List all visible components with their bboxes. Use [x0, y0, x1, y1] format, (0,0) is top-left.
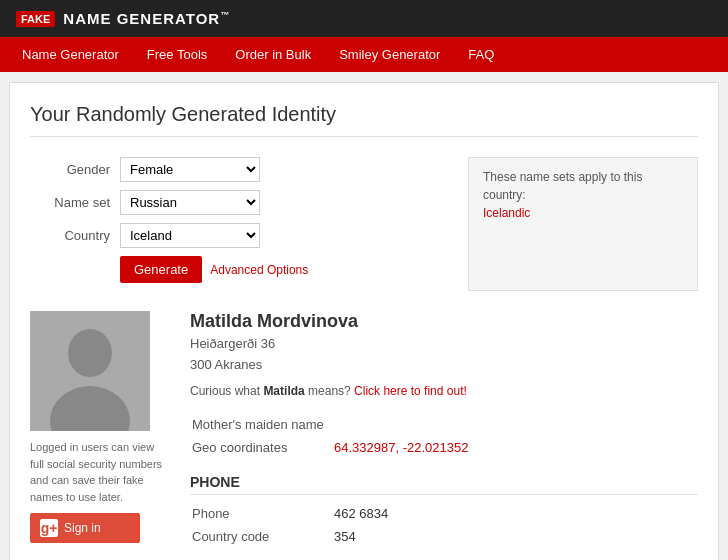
- avatar-column: Logged in users can view full social sec…: [30, 311, 170, 560]
- nav-bar: Name Generator Free Tools Order in Bulk …: [0, 37, 728, 72]
- country-label: Country: [30, 228, 110, 243]
- nameset-select[interactable]: Russian English French: [120, 190, 260, 215]
- page-title: Your Randomly Generated Identity: [30, 103, 698, 137]
- google-signin-button[interactable]: g+ Sign in: [30, 513, 140, 543]
- signin-label: Sign in: [64, 521, 101, 535]
- curious-link[interactable]: Click here to find out!: [354, 384, 467, 398]
- fake-badge: FAKE: [16, 11, 55, 27]
- maiden-value: [334, 414, 696, 435]
- country-info-box: These name sets apply to this country: I…: [468, 157, 698, 291]
- country-info-text: These name sets apply to this country:: [483, 170, 642, 202]
- phone-label: Phone: [192, 503, 332, 524]
- form-fields: Gender Female Male Random Name set Russi…: [30, 157, 448, 291]
- identity-name: Matilda Mordvinova: [190, 311, 698, 332]
- gender-select[interactable]: Female Male Random: [120, 157, 260, 182]
- avatar: [30, 311, 150, 431]
- table-row: Geo coordinates 64.332987, -22.021352: [192, 437, 696, 458]
- nameset-label: Name set: [30, 195, 110, 210]
- generate-row: Generate Advanced Options: [120, 256, 448, 283]
- phone-value: 462 6834: [334, 503, 696, 524]
- country-info-link[interactable]: Icelandic: [483, 206, 530, 220]
- info-table-top: Mother's maiden name Geo coordinates 64.…: [190, 412, 698, 460]
- form-section: Gender Female Male Random Name set Russi…: [30, 157, 698, 291]
- country-code-label: Country code: [192, 526, 332, 547]
- maiden-label: Mother's maiden name: [192, 414, 332, 435]
- profile-section: Logged in users can view full social sec…: [30, 311, 698, 560]
- table-row: Phone 462 6834: [192, 503, 696, 524]
- country-code-value: 354: [334, 526, 696, 547]
- gender-row: Gender Female Male Random: [30, 157, 448, 182]
- identity-column: Matilda Mordvinova Heiðargerði 36 300 Ak…: [170, 311, 698, 560]
- table-row: Mother's maiden name: [192, 414, 696, 435]
- site-header: FAKE NAME GENERATOR™: [0, 0, 728, 37]
- nameset-row: Name set Russian English French: [30, 190, 448, 215]
- curious-text: Curious what Matilda means? Click here t…: [190, 384, 698, 398]
- gender-label: Gender: [30, 162, 110, 177]
- country-select[interactable]: Iceland United States United Kingdom: [120, 223, 260, 248]
- svg-point-1: [68, 329, 112, 377]
- country-row: Country Iceland United States United Kin…: [30, 223, 448, 248]
- nav-item-smiley-generator[interactable]: Smiley Generator: [325, 37, 454, 72]
- avatar-icon: [30, 311, 150, 431]
- geo-value: 64.332987, -22.021352: [334, 437, 696, 458]
- site-title: NAME GENERATOR™: [63, 10, 230, 27]
- nav-item-order-in-bulk[interactable]: Order in Bulk: [221, 37, 325, 72]
- nav-item-faq[interactable]: FAQ: [454, 37, 508, 72]
- nav-item-name-generator[interactable]: Name Generator: [8, 37, 133, 72]
- google-icon: g+: [40, 519, 58, 537]
- advanced-options-link[interactable]: Advanced Options: [210, 263, 308, 277]
- main-content: Your Randomly Generated Identity Gender …: [9, 82, 719, 560]
- geo-label: Geo coordinates: [192, 437, 332, 458]
- phone-table: Phone 462 6834 Country code 354: [190, 501, 698, 549]
- identity-address: Heiðargerði 36 300 Akranes: [190, 334, 698, 376]
- avatar-logged-text: Logged in users can view full social sec…: [30, 439, 170, 505]
- curious-name: Matilda: [263, 384, 304, 398]
- table-row: Country code 354: [192, 526, 696, 547]
- generate-button[interactable]: Generate: [120, 256, 202, 283]
- phone-section-header: PHONE: [190, 474, 698, 495]
- nav-item-free-tools[interactable]: Free Tools: [133, 37, 221, 72]
